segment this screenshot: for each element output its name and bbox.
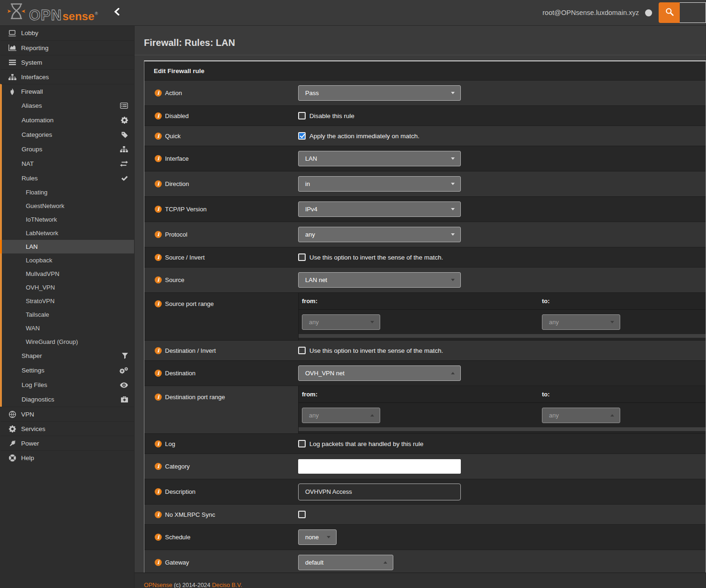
destination-select[interactable]: OVH_VPN net (298, 365, 461, 381)
action-select[interactable]: Pass (298, 85, 461, 101)
horizontal-scrollbar[interactable] (299, 427, 706, 431)
sidebar-item-labnetwork[interactable]: LabNetwork (0, 226, 134, 240)
log-checkbox[interactable] (298, 440, 306, 447)
schedule-select[interactable]: none (298, 529, 337, 545)
form-row-log: Log Log packets that are handled by this… (144, 434, 706, 454)
sidebar-item-label: Groups (22, 146, 42, 153)
chevron-up-icon (370, 414, 374, 417)
field-label: TCP/IP Version (165, 206, 207, 213)
sidebar-item-settings[interactable]: Settings (0, 363, 134, 378)
field-label: Source port range (165, 300, 214, 307)
info-icon[interactable] (155, 254, 162, 261)
sidebar-item-floating[interactable]: Floating (0, 186, 134, 199)
sidebar-item-power[interactable]: Power (0, 436, 134, 450)
chevron-up-icon (610, 414, 614, 417)
protocol-select[interactable]: any (298, 227, 461, 242)
info-icon[interactable] (155, 155, 162, 162)
source-port-from-select[interactable]: any (302, 314, 380, 330)
info-icon[interactable] (155, 231, 162, 238)
sidebar-item-automation[interactable]: Automation (0, 113, 134, 127)
sidebar-item-label: VPN (21, 411, 34, 418)
sidebar-item-mullvadvpn[interactable]: MullvadVPN (0, 267, 134, 281)
info-icon[interactable] (155, 180, 162, 187)
source-select[interactable]: LAN net (298, 272, 461, 288)
destination-invert-checkbox[interactable] (298, 347, 306, 354)
source-invert-checkbox[interactable] (298, 253, 306, 261)
source-port-to-select[interactable]: any (542, 314, 620, 330)
sidebar-item-label: StratoVPN (26, 298, 54, 305)
info-icon[interactable] (155, 463, 162, 470)
sidebar-item-guestnetwork[interactable]: GuestNetwork (0, 199, 134, 213)
form-row-destination-port-range: Destination port range from: to: any any (144, 386, 706, 434)
sidebar-item-wan[interactable]: WAN (0, 321, 134, 335)
sidebar-item-lan[interactable]: LAN (0, 240, 134, 253)
from-column-header: from: (299, 298, 539, 305)
description-input[interactable] (298, 484, 461, 500)
sidebar-item-nat[interactable]: NAT (0, 156, 134, 171)
sidebar-item-aliases[interactable]: Aliases (0, 98, 134, 113)
quick-checkbox[interactable] (298, 132, 306, 140)
destination-port-from-select[interactable]: any (302, 408, 380, 423)
sidebar-item-tailscale[interactable]: Tailscale (0, 308, 134, 321)
sidebar-item-log-files[interactable]: Log Files (0, 378, 134, 392)
info-icon[interactable] (155, 488, 162, 495)
sidebar-item-wireguard-group[interactable]: WireGuard (Group) (0, 335, 134, 349)
info-icon[interactable] (155, 206, 162, 213)
info-icon[interactable] (155, 370, 162, 377)
sidebar-item-firewall[interactable]: Firewall (0, 84, 134, 98)
sidebar-item-stratovpn[interactable]: StratoVPN (0, 294, 134, 308)
sidebar-item-label: Floating (26, 189, 47, 196)
deciso-footer-link[interactable]: Deciso B.V. (212, 582, 242, 588)
logged-in-user[interactable]: root@OPNsense.luxdomain.xyz (542, 9, 639, 16)
footer: OPNsense (c) 2014-2024 Deciso B.V. (135, 573, 706, 588)
info-icon[interactable] (155, 112, 162, 119)
disabled-checkbox[interactable] (298, 112, 306, 119)
sidebar-item-lobby[interactable]: Lobby (0, 26, 134, 40)
sidebar-item-loopback[interactable]: Loopback (0, 253, 134, 267)
info-icon[interactable] (155, 89, 162, 97)
field-label: Source / Invert (165, 254, 205, 261)
info-icon[interactable] (155, 276, 162, 283)
sidebar-item-groups[interactable]: Groups (0, 142, 134, 156)
info-icon[interactable] (155, 300, 162, 307)
sidebar-item-interfaces[interactable]: Interfaces (0, 69, 134, 84)
sidebar-item-services[interactable]: Services (0, 421, 134, 436)
copyright-text: (c) 2014-2024 (174, 582, 210, 588)
sidebar-item-ovh-vpn[interactable]: OVH_VPN (0, 281, 134, 294)
info-icon[interactable] (155, 534, 162, 541)
ipversion-select[interactable]: IPv4 (298, 201, 461, 217)
sidebar-item-shaper[interactable]: Shaper (0, 349, 134, 363)
opnsense-logo[interactable]: OPNsense® (0, 3, 98, 22)
sidebar-item-iotnetwork[interactable]: IoTNetwork (0, 213, 134, 226)
sidebar-collapse-button[interactable] (114, 8, 120, 17)
info-icon[interactable] (155, 440, 162, 447)
status-dot[interactable] (645, 9, 652, 16)
no-xmlrpc-checkbox[interactable] (298, 511, 306, 518)
info-icon[interactable] (155, 511, 162, 518)
interface-select[interactable]: LAN (298, 151, 461, 166)
chevron-down-icon (451, 157, 455, 160)
search-input[interactable] (680, 2, 706, 23)
field-label: Action (165, 89, 182, 97)
opnsense-footer-link[interactable]: OPNsense (144, 582, 172, 588)
area-chart-icon (8, 45, 17, 51)
direction-select[interactable]: in (298, 176, 461, 192)
sidebar-item-system[interactable]: System (0, 55, 134, 69)
info-icon[interactable] (155, 559, 162, 566)
horizontal-scrollbar[interactable] (299, 334, 706, 338)
info-icon[interactable] (155, 133, 162, 140)
info-icon[interactable] (155, 394, 162, 401)
gateway-select[interactable]: default (298, 555, 393, 570)
search-button[interactable] (659, 2, 680, 23)
sidebar-item-help[interactable]: Help (0, 450, 134, 465)
info-icon[interactable] (155, 347, 162, 354)
category-input[interactable] (298, 459, 461, 474)
gears-icon (120, 367, 128, 374)
sidebar-item-reporting[interactable]: Reporting (0, 40, 134, 55)
sidebar-item-rules[interactable]: Rules (0, 171, 134, 186)
sidebar-item-categories[interactable]: Categories (0, 127, 134, 142)
sidebar-item-diagnostics[interactable]: Diagnostics (0, 392, 134, 407)
sidebar-item-vpn[interactable]: VPN (0, 407, 134, 421)
destination-port-to-select[interactable]: any (542, 408, 620, 423)
chevron-down-icon (327, 536, 330, 538)
